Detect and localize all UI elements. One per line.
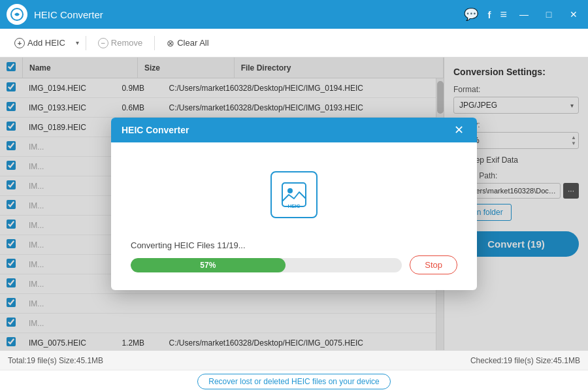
conversion-modal: HEIC Converter ✕ (111, 118, 477, 290)
status-bar: Total:19 file(s) Size:45.1MB Checked:19 … (0, 350, 588, 370)
status-total: Total:19 file(s) Size:45.1MB (8, 356, 103, 365)
add-heic-button[interactable]: + Add HEIC (8, 35, 72, 52)
app-logo (7, 4, 27, 25)
title-bar: HEIC Converter 💬 f ≡ — □ ✕ (0, 0, 588, 29)
svg-text:HEIC: HEIC (287, 203, 300, 209)
progress-percent-label: 57% (200, 261, 216, 270)
facebook-icon[interactable]: f (487, 9, 491, 20)
close-button[interactable]: ✕ (566, 7, 581, 22)
progress-bar-fill: 57% (131, 258, 286, 272)
progress-text: Converting HEIC Files 11/19... (131, 240, 457, 250)
add-icon: + (14, 38, 25, 48)
main-layout: Name Size File Directory IMG_0194.HEIC0.… (0, 57, 588, 350)
maximize-button[interactable]: □ (541, 7, 557, 22)
modal-body: HEIC Converting HEIC Files 11/19... 57% … (111, 142, 477, 290)
clear-all-button[interactable]: ⊗ Clear All (160, 35, 215, 52)
remove-icon: − (98, 38, 108, 48)
remove-button[interactable]: − Remove (91, 35, 149, 52)
status-checked: Checked:19 file(s) Size:45.1MB (470, 356, 580, 365)
svg-point-4 (287, 188, 293, 193)
stop-button[interactable]: Stop (410, 255, 457, 274)
heic-icon-wrapper: HEIC (261, 162, 327, 227)
heic-file-icon: HEIC (280, 180, 308, 209)
menu-icon[interactable]: ≡ (500, 8, 507, 22)
bottom-bar: Recover lost or deleted HEIC files on yo… (0, 370, 588, 392)
recover-link[interactable]: Recover lost or deleted HEIC files on yo… (197, 374, 390, 389)
modal-title: HEIC Converter (122, 125, 189, 135)
title-bar-icons: 💬 f ≡ — □ ✕ (464, 7, 581, 22)
clear-icon: ⊗ (167, 38, 174, 48)
minimize-button[interactable]: — (516, 7, 532, 22)
app-title: HEIC Converter (34, 9, 464, 20)
chat-icon[interactable]: 💬 (464, 7, 478, 22)
modal-close-button[interactable]: ✕ (451, 124, 466, 136)
modal-icon-area: HEIC (131, 162, 457, 227)
progress-bar-track: 57% (131, 258, 402, 272)
heic-icon: HEIC (270, 171, 318, 218)
toolbar-separator (86, 36, 86, 50)
add-heic-dropdown-arrow[interactable]: ▾ (74, 36, 80, 50)
progress-bar-container: 57% Stop (131, 255, 457, 274)
toolbar-separator-2 (154, 36, 155, 50)
toolbar: + Add HEIC ▾ − Remove ⊗ Clear All (0, 29, 588, 57)
modal-header: HEIC Converter ✕ (111, 118, 477, 142)
modal-overlay: HEIC Converter ✕ (0, 57, 588, 350)
